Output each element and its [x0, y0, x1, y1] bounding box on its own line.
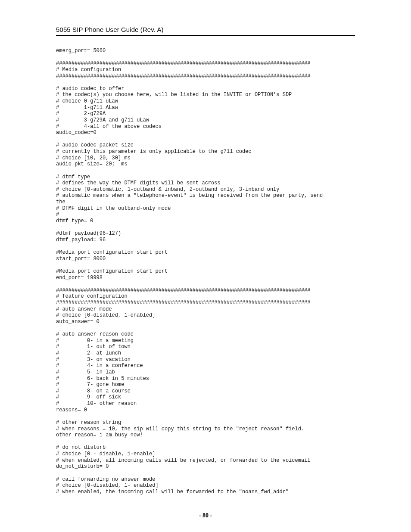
- page-header-title: 5055 SIP Phone User Guide (Rev. A): [56, 26, 355, 33]
- config-code-block: emerg_port= 5060 #######################…: [56, 48, 355, 495]
- header-divider: [56, 35, 355, 36]
- page: 5055 SIP Phone User Guide (Rev. A) emerg…: [0, 0, 411, 532]
- page-number: - 80 -: [0, 512, 411, 519]
